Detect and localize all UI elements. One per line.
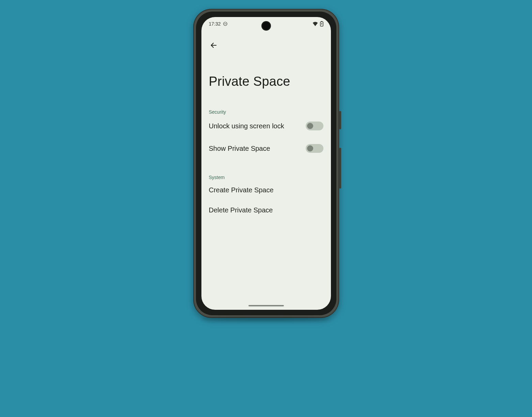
- row-delete-private-space[interactable]: Delete Private Space: [209, 200, 323, 220]
- status-time: 17:32: [209, 21, 221, 27]
- show-private-space-label: Show Private Space: [209, 145, 270, 153]
- volume-button-hardware: [339, 148, 341, 189]
- section-header-security: Security: [209, 109, 323, 115]
- row-unlock-using-screen-lock[interactable]: Unlock using screen lock: [209, 115, 323, 137]
- section-header-system: System: [209, 175, 323, 180]
- unlock-using-screen-lock-toggle[interactable]: [306, 122, 323, 130]
- svg-rect-1: [224, 23, 226, 24]
- gesture-nav-bar[interactable]: [248, 305, 284, 306]
- battery-icon: [320, 21, 323, 27]
- wifi-icon: [313, 21, 318, 26]
- back-button[interactable]: [207, 39, 221, 52]
- unlock-using-screen-lock-label: Unlock using screen lock: [209, 122, 284, 130]
- page-title: Private Space: [209, 74, 323, 89]
- do-not-disturb-icon: [223, 21, 228, 26]
- row-create-private-space[interactable]: Create Private Space: [209, 180, 323, 200]
- delete-private-space-label: Delete Private Space: [209, 206, 273, 214]
- row-show-private-space[interactable]: Show Private Space: [209, 137, 323, 160]
- device-frame: 17:32: [193, 9, 339, 318]
- front-camera-cutout: [262, 22, 270, 30]
- create-private-space-label: Create Private Space: [209, 186, 274, 194]
- arrow-left-icon: [210, 42, 217, 50]
- svg-rect-3: [321, 21, 322, 22]
- screen: 17:32: [201, 17, 331, 310]
- show-private-space-toggle[interactable]: [306, 144, 323, 153]
- power-button-hardware: [339, 111, 341, 129]
